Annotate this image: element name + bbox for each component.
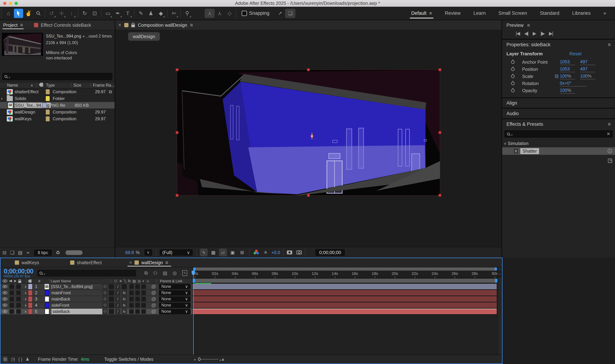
threed-toggle[interactable] — [141, 284, 146, 289]
motion-blur-icon[interactable]: ◎ — [173, 270, 177, 276]
parent-dropdown[interactable]: None∨ — [159, 302, 191, 308]
interpret-footage-icon[interactable]: ⊟ — [2, 250, 7, 256]
solo-column-icon[interactable] — [14, 280, 16, 282]
layer-name-column[interactable]: Layer Name — [51, 279, 110, 283]
close-tab-icon[interactable]: ✕ — [129, 260, 132, 265]
info-icon[interactable]: ⓘ — [608, 148, 612, 154]
first-frame-button[interactable]: |◀ — [516, 31, 520, 36]
frame-blend-column-icon[interactable]: ▤ — [132, 279, 136, 283]
position-y-value[interactable]: 497 — [580, 66, 595, 72]
puppet-pin-tool-button[interactable]: ⚲ — [183, 9, 192, 18]
time-ruler[interactable]: 00s02s 04s06s 08s10s 12s14s 16s18s 20s22… — [193, 271, 497, 278]
show-snapshot-icon[interactable] — [297, 250, 302, 254]
pickwhip-icon[interactable]: @ — [149, 302, 159, 308]
fx-toggle[interactable]: fx — [121, 297, 127, 301]
panel-menu-icon[interactable]: ≡ — [608, 42, 611, 48]
selection-handle-bottom-right[interactable] — [439, 194, 441, 197]
composition-frame[interactable] — [177, 70, 440, 195]
expand-layer-icon[interactable]: › — [25, 309, 26, 314]
zoom-in-icon[interactable]: ▲ — [221, 357, 225, 362]
pen-tool-button[interactable]: ✒ — [113, 9, 122, 18]
layer-label-color[interactable] — [28, 309, 32, 314]
layer-row-3[interactable]: › 3 mainBack ⚇ / fx @ None∨ — [0, 296, 192, 302]
parent-dropdown[interactable]: None∨ — [159, 309, 191, 314]
collapse-transform-column-icon[interactable]: ☀ — [119, 279, 122, 283]
expand-in-out-icon[interactable]: { } — [18, 357, 22, 362]
tab-effect-controls[interactable]: Effect Controls sideBack — [31, 20, 94, 30]
transparency-grid-button[interactable]: ▦ — [209, 248, 217, 256]
zoom-tool-button[interactable] — [34, 9, 43, 18]
timeline-tab-wallDesign[interactable]: ✕ wallDesign ≡ — [127, 258, 175, 267]
audio-toggle[interactable] — [9, 297, 14, 301]
shy-toggle[interactable]: ⚇ — [102, 284, 108, 289]
zoom-slider-track[interactable] — [199, 359, 218, 360]
fast-previews-button[interactable]: ϟ — [200, 248, 208, 256]
layer-name[interactable]: sideFront — [52, 303, 69, 308]
motion-blur-toggle[interactable] — [135, 284, 140, 289]
layer-row-5[interactable]: › 5 sideBack ⚇ / fx @ None∨ — [0, 309, 192, 315]
render-time-pane-icon[interactable]: ♟ — [26, 357, 29, 362]
selection-handle-bottom-center[interactable] — [307, 194, 310, 197]
column-frame-rate[interactable]: Frame Ra... — [92, 83, 115, 88]
stopwatch-icon[interactable] — [511, 89, 515, 92]
selection-handle-top-right[interactable] — [439, 68, 441, 71]
threed-toggle[interactable] — [141, 297, 146, 301]
current-time[interactable]: 0;00;00;00 00000 (29.97 fps) — [0, 268, 34, 278]
rotation-value[interactable]: 0x+0° — [560, 81, 587, 87]
fx-toggle[interactable] — [121, 284, 127, 289]
audio-toggle[interactable] — [9, 290, 14, 295]
show-channel-button[interactable] — [253, 249, 260, 256]
expand-layer-icon[interactable]: › — [25, 303, 26, 308]
composition-viewer[interactable] — [115, 43, 501, 247]
stopwatch-icon[interactable] — [511, 82, 515, 85]
playhead[interactable] — [193, 271, 194, 355]
camera-tool-button[interactable]: ⊡ — [90, 9, 99, 18]
video-column-icon[interactable] — [3, 279, 7, 283]
pickwhip-icon[interactable]: @ — [149, 296, 159, 302]
selection-tool-button[interactable] — [14, 9, 23, 18]
motion-blur-column-icon[interactable]: ◎ — [138, 279, 141, 283]
work-area-bar[interactable] — [193, 278, 497, 283]
orbit-camera-tool-button[interactable]: ↺ — [47, 9, 56, 18]
pan-camera-tool-button[interactable]: ✢ — [57, 9, 66, 18]
layer-name[interactable]: [SSU_Te...6x994.png] — [51, 284, 92, 289]
clone-stamp-tool-button[interactable]: ♟ — [146, 9, 156, 18]
reset-link[interactable]: Reset — [569, 51, 582, 57]
pickwhip-icon[interactable]: @ — [149, 290, 159, 296]
motion-blur-toggle[interactable] — [135, 290, 140, 295]
column-name[interactable]: Name ▲ — [0, 83, 35, 88]
panel-menu-icon[interactable]: ≡ — [190, 22, 193, 28]
rotation-tool-button[interactable]: ↻ — [80, 9, 89, 18]
label-color[interactable] — [46, 109, 50, 115]
threed-toggle[interactable] — [141, 303, 146, 308]
dropdown-icon[interactable]: ▼ — [82, 35, 85, 38]
expand-layer-icon[interactable]: › — [25, 290, 26, 295]
frame-blending-icon[interactable]: ▤ — [163, 270, 168, 276]
layer-label-color[interactable] — [28, 284, 32, 289]
frame-blend-toggle[interactable] — [129, 290, 134, 295]
exposure-value[interactable]: +0.0 — [271, 250, 280, 255]
roto-brush-tool-button[interactable]: ✄ — [170, 9, 179, 18]
workspace-tab-review[interactable]: Review — [438, 7, 467, 20]
zoom-out-icon[interactable]: ▲ — [194, 358, 196, 361]
shy-column-icon[interactable]: ⚇ — [114, 279, 117, 283]
project-item-shatterEffect[interactable]: shatterEffect Composition 29.97 ⧉ — [0, 88, 115, 95]
selection-handle-top-center[interactable] — [307, 68, 310, 71]
solo-toggle[interactable] — [16, 297, 21, 301]
composition-tab[interactable]: ✕ Composition wallDesign ≡ — [115, 20, 501, 30]
local-axis-mode-button[interactable]: Y — [205, 9, 215, 18]
stopwatch-icon[interactable] — [511, 67, 515, 71]
layer-visibility-toggle[interactable] — [3, 285, 7, 288]
effect-item-shatter[interactable]: 8 Shatter ⓘ — [502, 147, 615, 155]
collapse-toggle[interactable] — [109, 303, 114, 308]
workspace-tab-small-screen[interactable]: Small Screen — [492, 7, 534, 20]
motion-blur-toggle[interactable] — [135, 297, 140, 301]
reset-exposure-button[interactable]: ✳ — [262, 248, 270, 256]
effects-search-input[interactable]: ∨ ✕ — [504, 130, 613, 138]
adjustment-column-icon[interactable]: ◐ — [143, 279, 145, 283]
panel-title[interactable]: Align — [507, 100, 517, 106]
mask-visibility-button[interactable]: ▱ — [219, 248, 227, 256]
shy-toggle[interactable]: ⚇ — [102, 290, 108, 295]
color-depth-button[interactable]: 8 bpc — [34, 249, 52, 256]
timeline-track-area[interactable]: 00s02s 04s06s 08s10s 12s14s 16s18s 20s22… — [192, 267, 497, 355]
